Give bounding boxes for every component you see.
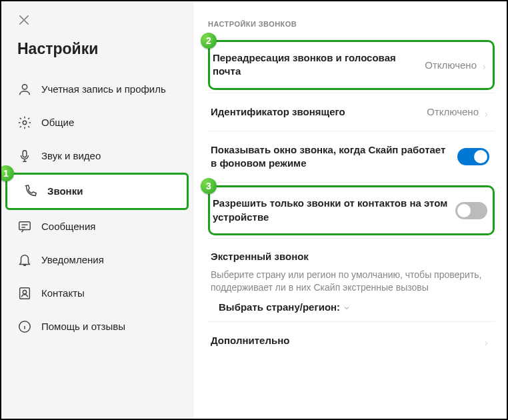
row-advanced[interactable]: Дополнительно (208, 325, 495, 357)
divider (208, 321, 495, 322)
info-icon (17, 319, 32, 334)
chevron-right-icon (483, 337, 489, 344)
row-status: Отключено (425, 59, 487, 71)
emergency-title: Экстренный звонок (211, 251, 489, 262)
row-label: Показывать окно звонка, когда Скайп рабо… (211, 143, 451, 171)
chat-icon (17, 219, 32, 234)
gear-icon (17, 115, 32, 130)
svg-point-1 (23, 121, 27, 125)
svg-point-5 (23, 290, 27, 294)
row-show-call-window: Показывать окно звонка, когда Скайп рабо… (208, 134, 495, 180)
sidebar-item-calls[interactable]: 1 Звонки (5, 173, 189, 210)
sidebar-item-help[interactable]: Помощь и отзывы (1, 310, 193, 343)
sidebar-item-label: Сообщения (41, 221, 95, 233)
divider (208, 182, 495, 183)
chevron-right-icon (481, 61, 487, 68)
row-label: Разрешить только звонки от контактов на … (213, 197, 449, 224)
sidebar-item-account[interactable]: Учетная запись и профиль (1, 73, 193, 106)
contacts-icon (17, 286, 32, 301)
emergency-description: Выберите страну или регион по умолчанию,… (211, 269, 489, 295)
annotation-badge-1: 1 (0, 165, 14, 181)
microphone-icon (17, 149, 32, 163)
sidebar-item-messages[interactable]: Сообщения (1, 210, 193, 243)
sidebar-item-label: Учетная запись и профиль (41, 83, 166, 95)
row-contacts-only: 3 Разрешить только звонки от контактов н… (208, 185, 495, 235)
svg-point-0 (22, 85, 27, 89)
phone-icon (23, 184, 38, 199)
chevron-right-icon (483, 109, 489, 115)
select-region-dropdown[interactable]: Выбрать страну/регион: (211, 301, 351, 313)
divider (208, 93, 495, 93)
row-status: Отключено (427, 106, 489, 117)
toggle-show-call-window[interactable] (457, 148, 489, 165)
svg-rect-4 (20, 288, 30, 299)
row-call-forwarding[interactable]: 2 Переадресация звонков и голосовая почт… (208, 40, 495, 90)
sidebar-item-label: Уведомления (41, 254, 104, 266)
toggle-contacts-only[interactable] (455, 202, 487, 219)
row-caller-id[interactable]: Идентификатор звонящего Отключено (208, 96, 495, 128)
section-title: НАСТРОЙКИ ЗВОНКОВ (208, 20, 495, 28)
emergency-call-block: Экстренный звонок Выберите страну или ре… (208, 241, 495, 319)
svg-rect-2 (23, 151, 27, 157)
annotation-badge-3: 3 (201, 178, 217, 194)
annotation-badge-2: 2 (201, 33, 217, 49)
sidebar-item-label: Общие (41, 117, 74, 129)
sidebar-title: Настройки (1, 35, 193, 73)
profile-icon (17, 82, 32, 97)
row-label: Дополнительно (211, 334, 476, 347)
sidebar-item-audio-video[interactable]: Звук и видео (1, 139, 193, 173)
settings-sidebar: Настройки Учетная запись и профиль Общие… (1, 1, 193, 419)
settings-content: НАСТРОЙКИ ЗВОНКОВ 2 Переадресация звонко… (193, 1, 507, 419)
svg-rect-3 (19, 222, 31, 230)
row-label: Переадресация звонков и голосовая почта (213, 51, 418, 79)
sidebar-item-contacts[interactable]: Контакты (1, 277, 193, 310)
sidebar-item-label: Контакты (41, 287, 85, 299)
sidebar-item-general[interactable]: Общие (1, 106, 193, 139)
row-label: Идентификатор звонящего (211, 105, 420, 119)
sidebar-item-notifications[interactable]: Уведомления (1, 243, 193, 277)
sidebar-item-label: Звонки (47, 185, 83, 197)
divider (208, 238, 495, 239)
chevron-down-icon (343, 303, 351, 311)
sidebar-item-label: Звук и видео (41, 150, 101, 162)
select-region-label: Выбрать страну/регион: (219, 301, 340, 313)
sidebar-item-label: Помощь и отзывы (41, 321, 125, 333)
divider (208, 131, 495, 131)
close-icon[interactable] (17, 13, 31, 27)
bell-icon (17, 253, 32, 267)
